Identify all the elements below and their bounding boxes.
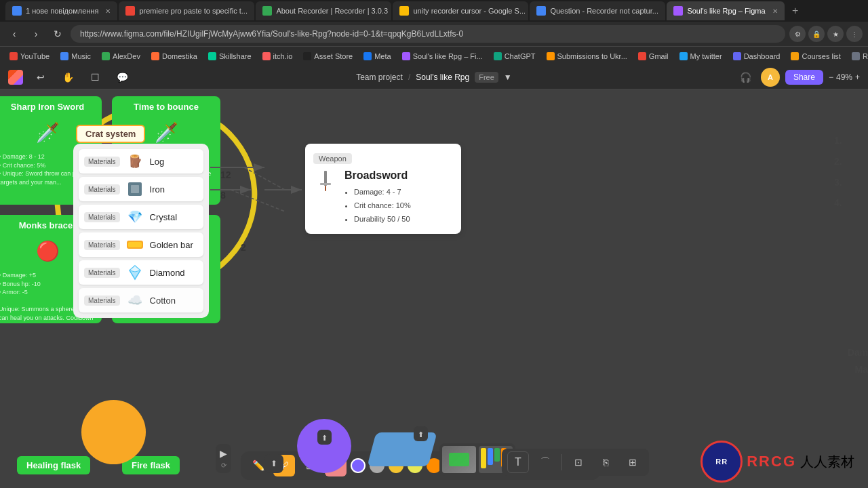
expand-panel-btn[interactable]: ⬆ [264, 454, 283, 473]
tab-3[interactable]: About Recorder | Recorder | 3.0.3 ✕ [256, 1, 391, 20]
material-name-iron: Iron [150, 184, 165, 195]
zoom-decrease[interactable]: − [829, 73, 833, 82]
figma-logo[interactable] [8, 70, 23, 85]
figma-center-nav: Team project / Soul's like Rpg Free ▼ [140, 72, 728, 83]
svg-rect-19 [325, 186, 326, 191]
tab-5[interactable]: Question - Recorder not captur... ✕ [530, 1, 665, 20]
material-badge-golden-bar: Materials [84, 240, 120, 250]
material-badge-iron: Materials [84, 184, 120, 195]
color-gray[interactable] [370, 458, 384, 473]
watermark: RR RRCG 人人素材 [701, 441, 854, 483]
file-name[interactable]: Soul's like Rpg [416, 73, 469, 82]
weapon-stat-crit: Crit chance: 10% [354, 199, 411, 213]
team-project-link[interactable]: Team project [356, 73, 403, 82]
material-iron[interactable]: Materials Iron [79, 177, 203, 201]
delete-tool-btn[interactable]: × [325, 455, 347, 476]
bookmark-dashboard[interactable]: Dashboard [729, 51, 785, 62]
bookmark-soulslike[interactable]: Soul's like Rpg – Fi... [398, 51, 487, 62]
extension-btn-3[interactable]: ★ [827, 26, 844, 42]
tab-6[interactable]: Soul's like Rpg – Figma ✕ [667, 1, 784, 20]
reload-button[interactable]: ↻ [49, 25, 66, 43]
flask-card-healing[interactable]: Healing flask [17, 456, 90, 474]
table-tool-btn[interactable]: ⊞ [622, 451, 644, 473]
tab-4-label: unity recorder cursor - Google S... [413, 7, 526, 15]
address-input[interactable] [71, 25, 785, 43]
crat-system-label[interactable]: Crat system [76, 125, 145, 143]
bookmark-gmail[interactable]: Gmail [634, 51, 673, 62]
extension-btn-2[interactable]: 🔒 [808, 26, 825, 42]
tool-frame[interactable]: ☐ [85, 68, 104, 87]
bookmark-courses[interactable]: Courses list [787, 51, 844, 62]
bookmark-submissions[interactable]: Submissions to Ukr... [542, 51, 631, 62]
cursor-tool[interactable]: ▶ [220, 448, 227, 459]
color-yellow[interactable] [389, 458, 403, 473]
text-tool-btn[interactable]: T [507, 451, 529, 473]
grid-tool-btn[interactable]: ⊞ [299, 455, 321, 476]
extension-btn-1[interactable]: ⚙ [789, 26, 806, 42]
right-numbered-list: 1. 2. 3. 4. [834, 130, 868, 214]
tab-6-label: Soul's like Rpg – Figma [687, 7, 765, 15]
bookmark-meta[interactable]: Meta [359, 51, 395, 62]
copy-tool-btn[interactable]: ⎘ [595, 451, 616, 473]
blue-shape-expand-icon: ⬆ [418, 430, 424, 439]
tab-1-label: 1 нове повідомлення [26, 7, 98, 15]
bookmark-report[interactable]: Report [848, 51, 868, 62]
bookmark-music[interactable]: Music [56, 51, 95, 62]
orbit-tool[interactable]: ⟳ [221, 462, 226, 469]
figma-right-actions: 🎧 A Share − 49% + [736, 68, 860, 87]
zoom-level[interactable]: 49% [836, 73, 852, 82]
bookmark-itchio[interactable]: itch.io [258, 51, 297, 62]
card-icon-3: 🔴 [31, 235, 64, 267]
color-yellow2[interactable] [408, 458, 422, 473]
material-diamond[interactable]: Materials Diamond [79, 260, 203, 285]
material-badge-cotton: Materials [84, 296, 120, 306]
material-name-diamond: Diamond [150, 268, 185, 278]
tab-6-close[interactable]: ✕ [772, 7, 778, 15]
zoom-increase[interactable]: + [855, 73, 860, 82]
extension-btn-4[interactable]: ⋮ [846, 26, 863, 42]
tab-4[interactable]: unity recorder cursor - Google S... ✕ [393, 1, 528, 20]
bookmark-youtube[interactable]: YouTube [5, 51, 54, 62]
material-name-crystal: Crystal [150, 212, 177, 222]
address-bar-row: ‹ › ↻ ⚙ 🔒 ★ ⋮ [0, 22, 868, 46]
right-tools-panel: T ⌒ ⊡ ⎘ ⊞ [502, 449, 649, 476]
material-log[interactable]: Materials 🪵 Log [79, 149, 203, 174]
bookmark-twitter[interactable]: My twitter [675, 51, 726, 62]
curve-tool-btn[interactable]: ⌒ [534, 451, 556, 473]
tab-1-close[interactable]: ✕ [105, 7, 111, 15]
new-tab-button[interactable]: + [786, 1, 805, 20]
forward-button[interactable]: › [27, 25, 45, 43]
tool-move[interactable]: ↩ [31, 68, 50, 87]
tab-3-label: About Recorder | Recorder | 3.0.3 [276, 7, 388, 15]
bookmark-skillshare[interactable]: Skillshare [204, 51, 256, 62]
minimap-1[interactable] [442, 446, 476, 473]
zoom-controls: − 49% + [829, 73, 860, 82]
material-crystal[interactable]: Materials 💎 Crystal [79, 205, 203, 229]
bookmark-domestika[interactable]: Domestika [147, 51, 201, 62]
bookmark-chatgpt[interactable]: ChatGPT [490, 51, 540, 62]
weapon-card[interactable]: Weapon Broadsword Damage: 4 - 7 Crit cha… [305, 144, 461, 234]
material-cotton[interactable]: Materials ☁️ Cotton [79, 288, 203, 312]
tool-hand[interactable]: ✋ [58, 68, 77, 87]
tool-comment[interactable]: 💬 [113, 68, 132, 87]
tab-1[interactable]: 1 нове повідомлення ✕ [5, 1, 117, 20]
bookmark-assetstore[interactable]: Asset Store [299, 51, 357, 62]
tab-5-label: Question - Recorder not captur... [550, 7, 658, 15]
dropdown-arrow[interactable]: ▼ [504, 73, 512, 82]
color-purple[interactable] [351, 458, 366, 473]
tab-2[interactable]: premiere pro paste to specific t... ✕ [119, 1, 254, 20]
user-avatar[interactable]: A [761, 68, 780, 87]
number-label-2: 2 [241, 242, 246, 253]
expand-icon: ⬆ [271, 459, 277, 468]
back-button[interactable]: ‹ [5, 25, 23, 43]
material-icon-crystal: 💎 [125, 207, 144, 226]
file-badge[interactable]: Free [475, 72, 498, 83]
share-button[interactable]: Share [785, 70, 823, 85]
blue-shape-expand-btn[interactable]: ⬆ [414, 426, 428, 441]
canvas[interactable]: Sharp Iron Sword 🗡️ • Damage: 8 - 12 • C… [0, 89, 868, 488]
material-golden-bar[interactable]: Materials Golden bar [79, 232, 203, 257]
align-tool-btn[interactable]: ⊡ [568, 451, 589, 473]
headphones-btn[interactable]: 🎧 [736, 68, 755, 87]
bookmark-alexdev[interactable]: AlexDev [98, 51, 144, 62]
oval-expand-btn[interactable]: ⬆ [317, 430, 332, 445]
